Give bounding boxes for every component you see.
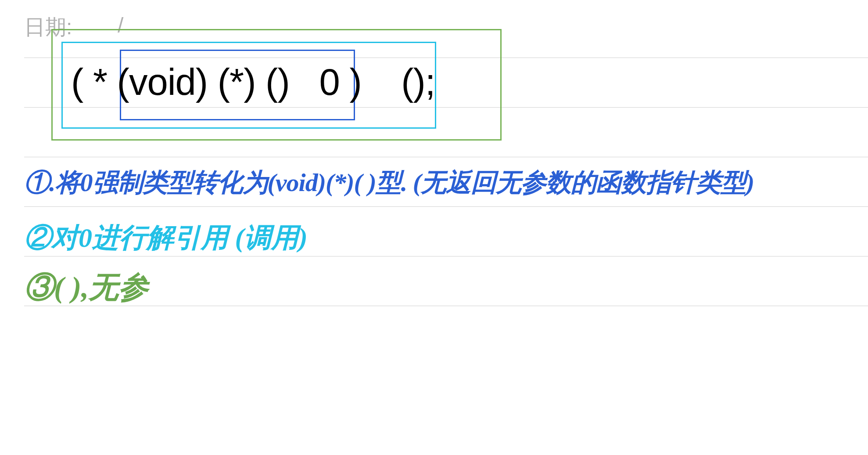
annotation-3: ③( ),无参 bbox=[24, 272, 148, 302]
ruled-line bbox=[24, 206, 868, 207]
ruled-line bbox=[24, 157, 868, 157]
annotation-1: ①.将0强制类型转化为(void)(*)( )型. (无返回无参数的函数指针类型… bbox=[24, 170, 754, 195]
ruled-line bbox=[24, 256, 868, 256]
ruled-line bbox=[24, 306, 868, 306]
code-expression: ( * (void) (*) () 0 ) (); bbox=[71, 61, 435, 104]
annotation-2: ②对0进行解引用 (调用) bbox=[24, 224, 308, 251]
